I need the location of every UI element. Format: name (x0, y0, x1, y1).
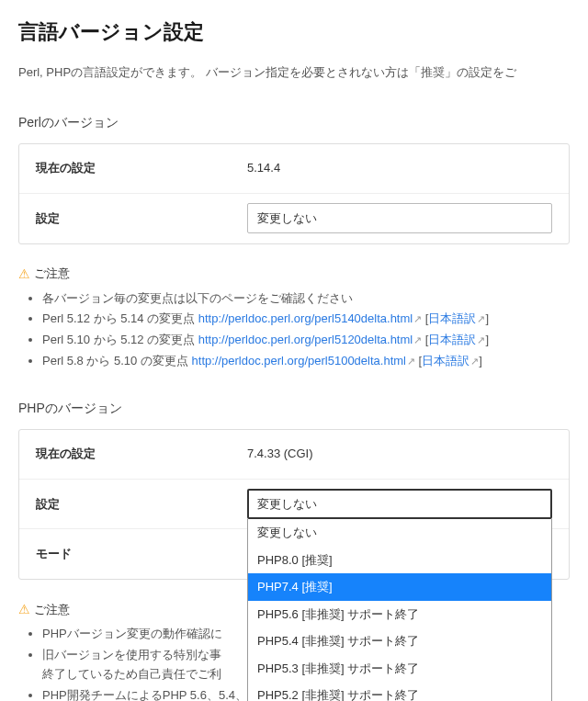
japanese-link[interactable]: 日本語訳 (422, 354, 469, 367)
external-icon: ↗ (470, 356, 479, 367)
list-item: Perl 5.8 から 5.10 の変更点 http://perldoc.per… (42, 352, 570, 371)
perl-panel: 現在の設定 5.14.4 設定 変更しない (18, 143, 570, 244)
list-item: Perl 5.10 から 5.12 の変更点 http://perldoc.pe… (42, 331, 570, 350)
perl-notice-list: 各バージョン毎の変更点は以下のページをご確認くださいPerl 5.12 から 5… (18, 289, 570, 371)
php-setting-select[interactable]: 変更しない 変更しないPHP8.0 [推奨]PHP7.4 [推奨]PHP5.6 … (247, 489, 552, 520)
perl-section-title: Perlのバージョン (18, 113, 570, 132)
external-link[interactable]: http://perldoc.perl.org/perl5120delta.ht… (198, 333, 413, 346)
notice-text: Perl 5.12 から 5.14 の変更点 (42, 311, 198, 325)
warning-icon: ⚠ (18, 600, 30, 619)
php-setting-value[interactable]: 変更しない (247, 489, 552, 520)
external-icon: ↗ (413, 334, 422, 345)
perl-setting-value[interactable]: 変更しない (247, 203, 552, 234)
perl-current-label: 現在の設定 (36, 159, 247, 177)
notice-text: Perl 5.8 から 5.10 の変更点 (42, 354, 192, 367)
dropdown-option[interactable]: PHP8.0 [推奨] (248, 547, 551, 574)
external-icon: ↗ (407, 356, 415, 367)
php-current-label: 現在の設定 (36, 445, 247, 463)
external-link[interactable]: http://perldoc.perl.org/perl5100delta.ht… (192, 354, 406, 367)
php-setting-label: 設定 (36, 495, 247, 514)
japanese-link[interactable]: 日本語訳 (428, 333, 476, 346)
japanese-link[interactable]: 日本語訳 (428, 311, 476, 325)
dropdown-option[interactable]: PHP5.6 [非推奨] サポート終了 (248, 601, 551, 628)
external-link[interactable]: http://perldoc.perl.org/perl5140delta.ht… (198, 311, 413, 325)
external-icon: ↗ (413, 313, 422, 324)
perl-notice-title-text: ご注意 (34, 265, 70, 283)
perl-current-value: 5.14.4 (247, 159, 552, 177)
php-panel: 現在の設定 7.4.33 (CGI) 設定 変更しない 変更しないPHP8.0 … (18, 429, 570, 581)
list-item: Perl 5.12 から 5.14 の変更点 http://perldoc.pe… (42, 310, 570, 329)
php-section-title: PHPのバージョン (18, 399, 570, 418)
dropdown-option[interactable]: PHP5.2 [非推奨] サポート終了 (248, 682, 551, 701)
php-current-value: 7.4.33 (CGI) (247, 445, 552, 463)
notice-text: Perl 5.10 から 5.12 の変更点 (42, 333, 198, 346)
page-intro: Perl, PHPの言語設定ができます。 バージョン指定を必要とされない方は「推… (18, 63, 570, 82)
php-setting-dropdown[interactable]: 変更しないPHP8.0 [推奨]PHP7.4 [推奨]PHP5.6 [非推奨] … (247, 519, 552, 701)
list-item: 各バージョン毎の変更点は以下のページをご確認ください (42, 289, 570, 309)
php-notice-title-text: ご注意 (34, 601, 70, 619)
dropdown-option[interactable]: PHP7.4 [推奨] (248, 573, 551, 601)
perl-setting-select[interactable]: 変更しない (247, 203, 552, 234)
page-title: 言語バージョン設定 (18, 17, 570, 47)
dropdown-option[interactable]: PHP5.4 [非推奨] サポート終了 (248, 628, 551, 655)
perl-notice-title: ⚠ ご注意 (18, 265, 570, 284)
dropdown-option[interactable]: 変更しない (248, 519, 551, 547)
warning-icon: ⚠ (18, 265, 30, 284)
php-mode-label: モード (36, 545, 247, 563)
perl-setting-label: 設定 (36, 209, 247, 228)
dropdown-option[interactable]: PHP5.3 [非推奨] サポート終了 (248, 655, 551, 683)
